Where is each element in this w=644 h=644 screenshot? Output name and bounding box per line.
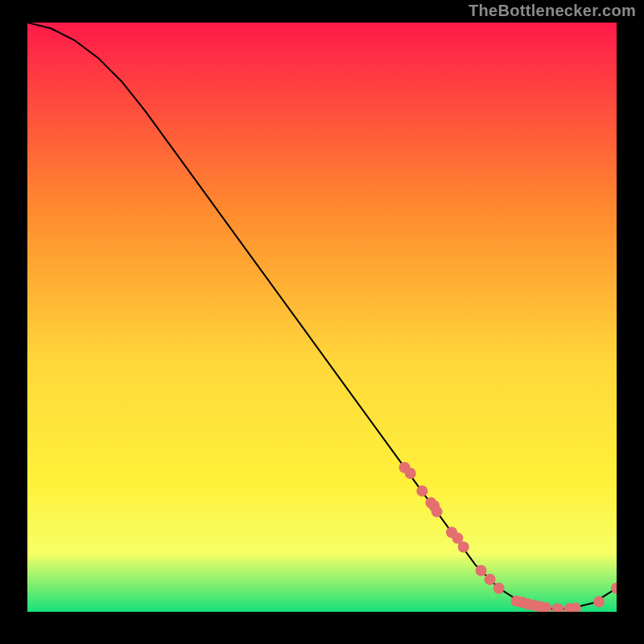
gradient-plot — [27, 23, 617, 612]
data-point-marker — [476, 565, 487, 576]
chart-frame: TheBottlenecker.com — [0, 0, 644, 644]
data-point-marker — [405, 468, 416, 479]
watermark: TheBottlenecker.com — [469, 2, 636, 20]
data-point-marker — [431, 506, 443, 518]
gradient-background — [27, 23, 617, 612]
data-point-marker — [458, 542, 469, 553]
data-point-marker — [485, 574, 496, 585]
chart-svg — [27, 23, 617, 612]
data-point-marker — [493, 583, 505, 594]
data-point-marker — [593, 597, 605, 608]
data-point-marker — [416, 485, 427, 497]
